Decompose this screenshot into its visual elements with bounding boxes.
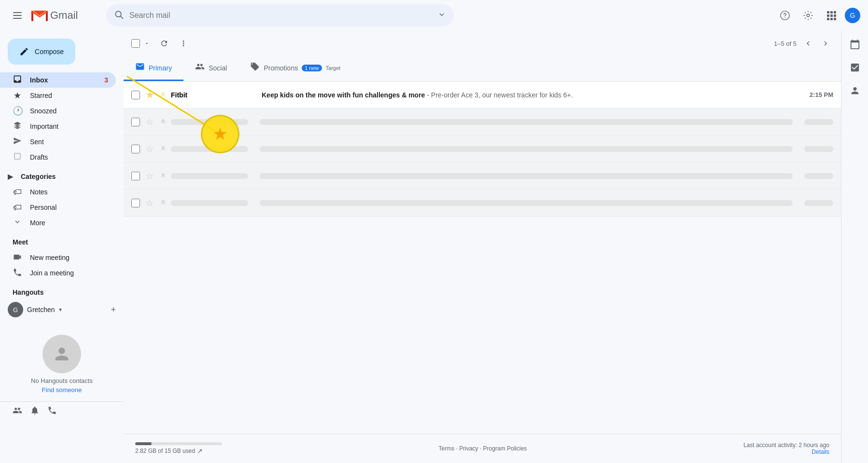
sidebar-item-inbox[interactable]: Inbox 3 (0, 72, 116, 88)
svg-rect-9 (830, 11, 833, 14)
next-page-button[interactable] (818, 36, 833, 51)
terms-link[interactable]: Terms (439, 445, 455, 452)
right-sidebar-icon-tasks[interactable] (845, 58, 865, 77)
details-link[interactable]: Details (812, 449, 829, 455)
blurred-sender (171, 146, 248, 152)
compose-button[interactable]: Compose (8, 39, 75, 65)
sidebar-item-notes[interactable]: 🏷 Notes (0, 184, 116, 200)
sidebar-item-snoozed[interactable]: 🕐 Snoozed (0, 103, 116, 119)
blurred-time (804, 173, 833, 179)
settings-button[interactable] (798, 6, 818, 25)
table-row[interactable]: ☆ (124, 163, 841, 190)
bell-icon[interactable] (30, 406, 40, 418)
email-checkbox[interactable] (131, 145, 140, 153)
table-row[interactable]: ☆ (124, 190, 841, 217)
more-options-button[interactable] (176, 36, 191, 51)
blurred-time (804, 119, 833, 125)
email-checkbox[interactable] (131, 118, 140, 126)
email-subject: Keep kids on the move with fun challenge… (262, 91, 425, 99)
right-sidebar-icon-contacts[interactable] (845, 81, 865, 100)
sidebar-item-drafts[interactable]: Drafts (0, 150, 116, 165)
help-button[interactable] (775, 6, 795, 25)
top-header: Gmail G (0, 0, 868, 31)
star-icon[interactable]: ☆ (146, 117, 154, 127)
personal-label: Personal (30, 204, 108, 211)
last-activity-section: Last account activity: 2 hours ago Detai… (743, 442, 829, 455)
hangouts-title: Hangouts (8, 288, 116, 296)
refresh-button[interactable] (156, 36, 172, 51)
privacy-link[interactable]: Privacy (459, 445, 478, 452)
right-sidebar (841, 31, 868, 463)
apps-button[interactable] (822, 6, 841, 25)
no-contacts-section: No Hangouts contacts Find someone (0, 327, 124, 401)
search-bar[interactable] (106, 4, 454, 27)
forward-icon (159, 171, 167, 181)
tab-social[interactable]: Social (183, 56, 238, 81)
blurred-sender (171, 173, 248, 179)
table-row[interactable]: ☆ (124, 136, 841, 163)
hangout-add-icon[interactable]: + (111, 305, 116, 315)
program-policies-link[interactable]: Program Policies (483, 445, 527, 452)
categories-header[interactable]: ▶ Categories (0, 169, 124, 184)
meet-section: Meet New meeting Join a meeting (0, 231, 124, 285)
meet-new-meeting[interactable]: New meeting (0, 250, 116, 265)
inbox-label: Inbox (30, 76, 97, 84)
video-icon (13, 252, 22, 263)
footer-bar: 2.82 GB of 15 GB used ↗ Terms · Privacy … (124, 434, 841, 463)
people-icon[interactable] (13, 406, 22, 418)
svg-rect-10 (834, 11, 836, 14)
search-input[interactable] (129, 11, 432, 20)
svg-rect-13 (834, 14, 836, 17)
forward-icon (159, 90, 167, 100)
sidebar: Compose Inbox 3 ★ Starred 🕐 Snoozed Impo… (0, 31, 124, 463)
last-activity-text: Last account activity: 2 hours ago (743, 442, 829, 449)
email-sender: Fitbit (171, 91, 258, 99)
sidebar-item-starred[interactable]: ★ Starred (0, 88, 116, 103)
meet-title: Meet (0, 234, 124, 250)
no-contacts-avatar (42, 335, 81, 373)
select-all-checkbox[interactable] (131, 39, 140, 48)
hamburger-button[interactable] (8, 6, 27, 25)
blurred-body (260, 146, 793, 152)
table-row[interactable]: ★ Fitbit Keep kids on the move with fun … (124, 82, 841, 109)
search-dropdown-icon[interactable] (437, 10, 446, 21)
storage-bar (135, 442, 222, 445)
phone-footer-icon[interactable] (47, 406, 57, 418)
sidebar-item-important[interactable]: Important (0, 119, 116, 134)
star-icon[interactable]: ☆ (146, 198, 154, 208)
tab-primary[interactable]: Primary (124, 56, 183, 81)
star-icon[interactable]: ☆ (146, 144, 154, 154)
storage-used-text: 2.82 GB of 15 GB used (135, 448, 195, 454)
svg-point-6 (784, 17, 785, 18)
hangouts-section: Hangouts G Gretchen ▾ + (0, 285, 124, 323)
hangouts-footer (0, 401, 124, 422)
storage-link-icon[interactable]: ↗ (197, 447, 203, 455)
tab-promotions[interactable]: Promotions 1 new Target (238, 56, 352, 81)
sidebar-item-personal[interactable]: 🏷 Personal (0, 200, 116, 215)
svg-line-4 (121, 16, 123, 18)
right-sidebar-icon-calendar[interactable] (845, 35, 865, 54)
forward-icon (159, 198, 167, 208)
table-row[interactable]: ☆ (124, 109, 841, 136)
promotions-tab-label: Promotions (264, 64, 298, 72)
star-icon[interactable]: ☆ (146, 171, 154, 181)
blurred-time (804, 146, 833, 152)
email-checkbox[interactable] (131, 91, 140, 99)
prev-page-button[interactable] (800, 36, 816, 51)
email-checkbox[interactable] (131, 172, 140, 180)
sidebar-item-sent[interactable]: Sent (0, 134, 116, 150)
more-label: More (30, 219, 108, 227)
forward-icon (159, 117, 167, 127)
find-someone-link[interactable]: Find someone (42, 386, 82, 394)
hangout-avatar: G (8, 302, 23, 317)
storage-text: 2.82 GB of 15 GB used ↗ (135, 447, 222, 455)
hangout-user-gretchen[interactable]: G Gretchen ▾ + (8, 300, 116, 319)
sidebar-item-more[interactable]: More (0, 215, 116, 231)
star-icon[interactable]: ★ (146, 90, 154, 100)
select-dropdown-button[interactable] (141, 38, 153, 49)
avatar-button[interactable]: G (845, 8, 860, 23)
email-checkbox[interactable] (131, 199, 140, 207)
gmail-logo: Gmail (31, 9, 98, 22)
meet-join-meeting[interactable]: Join a meeting (0, 265, 116, 281)
svg-rect-15 (830, 18, 833, 20)
